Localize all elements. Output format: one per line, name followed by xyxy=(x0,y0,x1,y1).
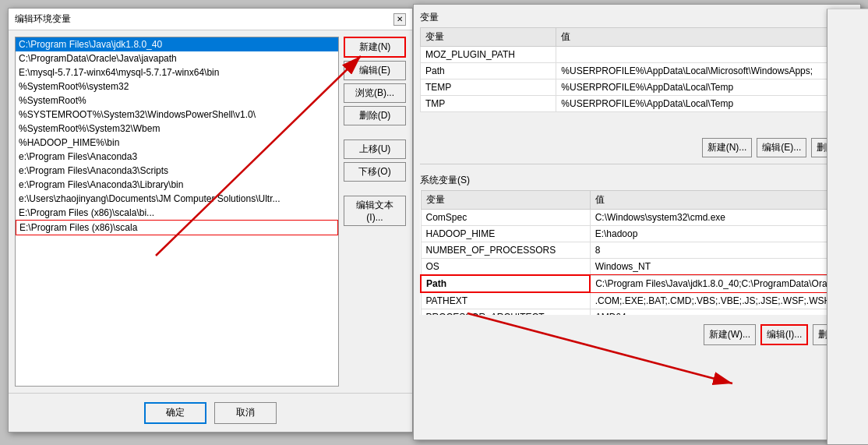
list-item[interactable]: %SYSTEMROOT%\System32\WindowsPowerShell\… xyxy=(16,108,338,122)
user-edit-button[interactable]: 编辑(E)... xyxy=(757,138,806,157)
list-item[interactable]: e:\Program Files\Anaconda3 xyxy=(16,150,338,164)
edit-text-button[interactable]: 编辑文本(I)... xyxy=(344,196,406,226)
table-row[interactable]: HADOOP_HIMEE:\hadoop xyxy=(421,226,854,242)
sys-col-var: 变量 xyxy=(421,191,590,210)
sys-vars-table-wrap: 变量 值 ComSpecC:\Windows\system32\cmd.exeH… xyxy=(420,190,854,315)
table-row[interactable]: NUMBER_OF_PROCESSORS8 xyxy=(421,242,854,259)
table-row[interactable]: TEMP%USERPROFILE%\AppData\Local\Temp xyxy=(421,79,854,96)
dialog-left-content: C:\Program Files\Java\jdk1.8.0_40C:\Prog… xyxy=(9,30,412,393)
table-row[interactable]: OSWindows_NT xyxy=(421,259,854,276)
table-row[interactable]: PATHEXT.COM;.EXE;.BAT;.CMD;.VBS;.VBE;.JS… xyxy=(421,292,854,309)
var-cell: PROCESSOR_ARCHITECT... xyxy=(421,309,590,316)
list-item[interactable]: %SystemRoot%\system32 xyxy=(16,79,338,94)
var-cell: PATHEXT xyxy=(421,292,590,309)
user-vars-table-wrap: 变量 值 MOZ_PLUGIN_PATHPath%USERPROFILE%\Ap… xyxy=(420,27,854,129)
section-divider xyxy=(420,164,854,164)
sys-vars-section: 系统变量(S) 变量 值 ComSpecC:\Windows\system32\… xyxy=(414,168,860,321)
user-vars-table[interactable]: 变量 值 MOZ_PLUGIN_PATHPath%USERPROFILE%\Ap… xyxy=(420,27,854,112)
browse-button[interactable]: 浏览(B)... xyxy=(344,83,406,103)
left-buttons-column: 新建(N) 编辑(E) 浏览(B)... 删除(D) 上移(U) 下移(O) 编… xyxy=(344,37,406,387)
var-cell: MOZ_PLUGIN_PATH xyxy=(421,47,556,63)
list-item[interactable]: E:\mysql-5.7.17-winx64\mysql-5.7.17-winx… xyxy=(16,65,338,79)
val-cell: .COM;.EXE;.BAT;.CMD;.VBS;.VBE;.JS;.JSE;.… xyxy=(590,292,853,309)
user-vars-section: 变量 变量 值 MOZ_PLUGIN_PATHPath%USERPROFILE%… xyxy=(414,5,860,135)
ok-button[interactable]: 确定 xyxy=(144,402,206,424)
list-item[interactable]: E:\Program Files (x86)\scala xyxy=(16,220,338,235)
var-cell: TMP xyxy=(421,96,556,112)
val-cell: E:\hadoop xyxy=(590,226,853,242)
list-item[interactable]: E:\Program Files (x86)\scala\bi... xyxy=(16,206,338,220)
table-row[interactable]: ComSpecC:\Windows\system32\cmd.exe xyxy=(421,210,854,226)
val-cell xyxy=(556,47,854,63)
sys-col-val: 值 xyxy=(590,191,853,210)
dialog-left-titlebar: 编辑环境变量 ✕ xyxy=(9,9,412,30)
user-new-button[interactable]: 新建(N)... xyxy=(702,138,753,157)
var-cell: TEMP xyxy=(421,79,556,96)
sys-vars-buttons: 新建(W)... 编辑(I)... 删除(L) xyxy=(414,321,860,348)
var-cell: Path xyxy=(421,63,556,79)
var-cell: NUMBER_OF_PROCESSORS xyxy=(421,242,590,259)
list-item[interactable]: %SystemRoot%\System32\Wbem xyxy=(16,122,338,136)
user-vars-label: 变量 xyxy=(420,11,854,24)
delete-button[interactable]: 删除(D) xyxy=(344,106,406,125)
val-cell: C:\Program Files\Java\jdk1.8.0_40;C:\Pro… xyxy=(590,275,853,292)
dialog-edit-env-var: 编辑环境变量 ✕ C:\Program Files\Java\jdk1.8.0_… xyxy=(8,8,413,433)
list-item[interactable]: C:\ProgramData\Oracle\Java\javapath xyxy=(16,51,338,65)
val-cell: %USERPROFILE%\AppData\Local\Temp xyxy=(556,79,854,96)
dialog-right-footer: 确定 取消 xyxy=(827,9,868,445)
var-cell: ComSpec xyxy=(421,210,590,226)
table-row[interactable]: MOZ_PLUGIN_PATH xyxy=(421,47,854,63)
list-item[interactable]: e:\Users\zhaojinyang\Documents\JM Comput… xyxy=(16,192,338,206)
val-cell: C:\Windows\system32\cmd.exe xyxy=(590,210,853,226)
sys-vars-table[interactable]: 变量 值 ComSpecC:\Windows\system32\cmd.exeH… xyxy=(420,190,854,315)
sys-edit-button[interactable]: 编辑(I)... xyxy=(760,324,808,345)
val-cell: %USERPROFILE%\AppData\Local\Microsoft\Wi… xyxy=(556,63,854,79)
var-cell: OS xyxy=(421,259,590,276)
table-row[interactable]: Path%USERPROFILE%\AppData\Local\Microsof… xyxy=(421,63,854,79)
var-cell: Path xyxy=(421,275,590,292)
list-item[interactable]: %SystemRoot% xyxy=(16,94,338,108)
dialog-environment-variables: 变量 变量 值 MOZ_PLUGIN_PATHPath%USERPROFILE%… xyxy=(413,4,861,440)
close-button[interactable]: ✕ xyxy=(393,13,406,26)
move-down-button[interactable]: 下移(O) xyxy=(344,162,406,182)
move-up-button[interactable]: 上移(U) xyxy=(344,140,406,159)
list-item[interactable]: e:\Program Files\Anaconda3\Library\bin xyxy=(16,178,338,192)
list-item[interactable]: e:\Program Files\Anaconda3\Scripts xyxy=(16,164,338,178)
val-cell: 8 xyxy=(590,242,853,259)
table-row[interactable]: TMP%USERPROFILE%\AppData\Local\Temp xyxy=(421,96,854,112)
val-cell: Windows_NT xyxy=(590,259,853,276)
user-col-var: 变量 xyxy=(421,28,556,47)
new-button[interactable]: 新建(N) xyxy=(344,37,406,58)
env-var-list[interactable]: C:\Program Files\Java\jdk1.8.0_40C:\Prog… xyxy=(15,37,339,387)
dialog-left-footer: 确定 取消 xyxy=(9,393,412,432)
dialog-left-title: 编辑环境变量 xyxy=(15,12,71,26)
user-vars-buttons: 新建(N)... 编辑(E)... 删除(D) xyxy=(414,135,860,161)
val-cell: AMD64 xyxy=(590,309,853,316)
list-item[interactable]: %HADOOP_HIME%\bin xyxy=(16,136,338,150)
cancel-button[interactable]: 取消 xyxy=(214,402,277,424)
table-row[interactable]: PROCESSOR_ARCHITECT...AMD64 xyxy=(421,309,854,316)
edit-button[interactable]: 编辑(E) xyxy=(344,61,406,80)
list-item[interactable]: C:\Program Files\Java\jdk1.8.0_40 xyxy=(16,37,338,51)
var-cell: HADOOP_HIME xyxy=(421,226,590,242)
val-cell: %USERPROFILE%\AppData\Local\Temp xyxy=(556,96,854,112)
user-col-val: 值 xyxy=(556,28,854,47)
sys-new-button[interactable]: 新建(W)... xyxy=(704,324,756,345)
table-row[interactable]: PathC:\Program Files\Java\jdk1.8.0_40;C:… xyxy=(421,275,854,292)
sys-vars-label: 系统变量(S) xyxy=(420,174,854,187)
